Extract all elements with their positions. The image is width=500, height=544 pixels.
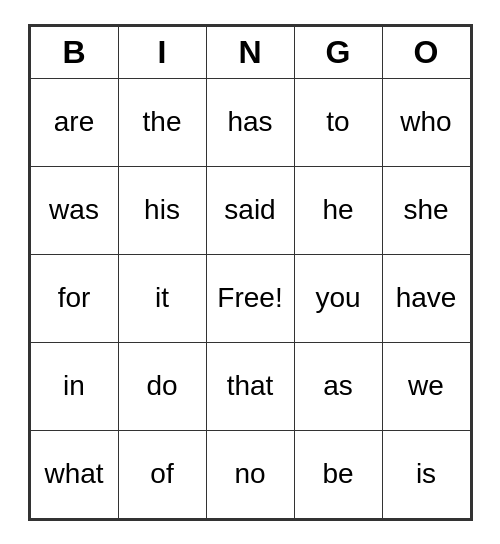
col-o: O xyxy=(382,26,470,78)
table-cell[interactable]: she xyxy=(382,166,470,254)
table-cell[interactable]: it xyxy=(118,254,206,342)
table-cell[interactable]: do xyxy=(118,342,206,430)
table-cell[interactable]: he xyxy=(294,166,382,254)
table-row: foritFree!youhave xyxy=(30,254,470,342)
table-row: indothataswe xyxy=(30,342,470,430)
table-cell[interactable]: said xyxy=(206,166,294,254)
table-cell[interactable]: the xyxy=(118,78,206,166)
table-cell[interactable]: has xyxy=(206,78,294,166)
table-cell[interactable]: that xyxy=(206,342,294,430)
table-cell[interactable]: Free! xyxy=(206,254,294,342)
bingo-table: B I N G O arethehastowhowashissaidheshef… xyxy=(30,26,471,519)
table-cell[interactable]: are xyxy=(30,78,118,166)
table-cell[interactable]: for xyxy=(30,254,118,342)
table-cell[interactable]: have xyxy=(382,254,470,342)
col-n: N xyxy=(206,26,294,78)
table-cell[interactable]: who xyxy=(382,78,470,166)
table-cell[interactable]: was xyxy=(30,166,118,254)
bingo-card: B I N G O arethehastowhowashissaidheshef… xyxy=(28,24,473,521)
table-row: arethehastowho xyxy=(30,78,470,166)
col-b: B xyxy=(30,26,118,78)
header-row: B I N G O xyxy=(30,26,470,78)
table-cell[interactable]: is xyxy=(382,430,470,518)
table-cell[interactable]: as xyxy=(294,342,382,430)
table-cell[interactable]: in xyxy=(30,342,118,430)
table-row: whatofnobeis xyxy=(30,430,470,518)
table-cell[interactable]: be xyxy=(294,430,382,518)
table-cell[interactable]: what xyxy=(30,430,118,518)
table-cell[interactable]: we xyxy=(382,342,470,430)
table-cell[interactable]: you xyxy=(294,254,382,342)
col-i: I xyxy=(118,26,206,78)
table-row: washissaidheshe xyxy=(30,166,470,254)
table-cell[interactable]: of xyxy=(118,430,206,518)
table-cell[interactable]: no xyxy=(206,430,294,518)
table-cell[interactable]: to xyxy=(294,78,382,166)
table-cell[interactable]: his xyxy=(118,166,206,254)
col-g: G xyxy=(294,26,382,78)
